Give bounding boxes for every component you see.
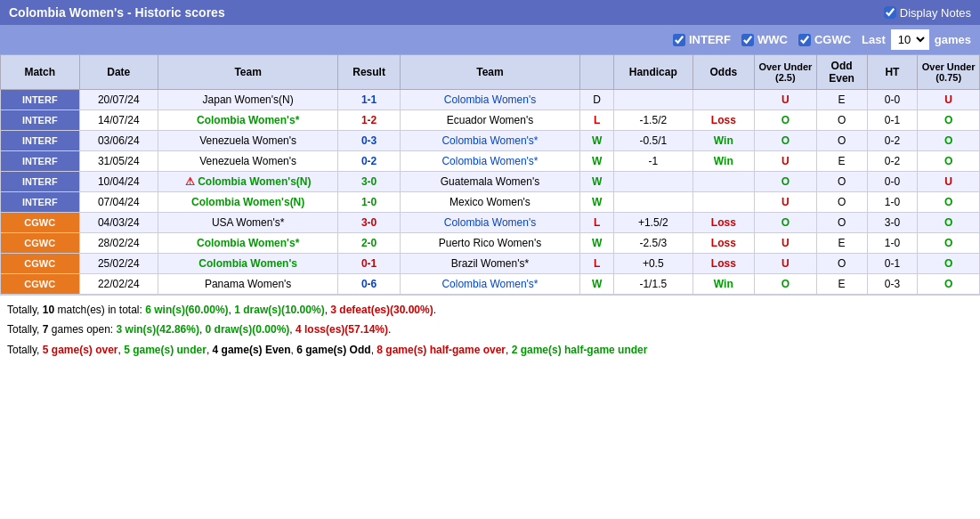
- match-date: 04/03/24: [79, 213, 158, 233]
- handicap-value: [614, 90, 693, 110]
- table-row: INTERF31/05/24Venezuela Women's0-2Colomb…: [1, 151, 980, 172]
- match-badge: CGWC: [1, 213, 80, 233]
- games-select[interactable]: 5102030All: [891, 29, 929, 50]
- wwc-checkbox[interactable]: [741, 34, 754, 46]
- team1-name[interactable]: Venezuela Women's: [158, 151, 338, 172]
- match-result: 0-3: [338, 131, 401, 151]
- ht-score: 0-3: [867, 274, 918, 295]
- over-under-075-value: O: [918, 151, 980, 172]
- team1-name[interactable]: Venezuela Women's: [158, 131, 338, 151]
- team1-name[interactable]: Panama Women's: [158, 274, 338, 295]
- col-header-handicap: Handicap: [614, 55, 693, 90]
- team2-name[interactable]: Puerto Rico Women's: [400, 233, 579, 254]
- team1-name[interactable]: Colombia Women's*: [158, 110, 338, 131]
- match-dw: W: [580, 274, 614, 295]
- col-header-match: Match: [1, 55, 80, 90]
- interf-checkbox[interactable]: [673, 34, 685, 46]
- team1-name[interactable]: Colombia Women's: [158, 254, 338, 274]
- cgwc-filter[interactable]: CGWC: [798, 33, 851, 46]
- ht-score: 0-2: [867, 131, 918, 151]
- team1-name[interactable]: USA Women's*: [158, 213, 338, 233]
- match-date: 22/02/24: [79, 274, 158, 295]
- summary-line1: Totally, 10 match(es) in total: 6 win(s)…: [7, 301, 973, 319]
- ht-score: 1-0: [867, 192, 918, 213]
- over-under-value: U: [755, 254, 817, 274]
- over-under-075-value: O: [918, 213, 980, 233]
- over-under-075-value: O: [918, 192, 980, 213]
- team2-name[interactable]: Colombia Women's: [400, 213, 579, 233]
- match-dw: L: [580, 110, 614, 131]
- odds-value: Loss: [692, 110, 755, 131]
- team1-name[interactable]: Colombia Women's*: [158, 233, 338, 254]
- team1-name[interactable]: Colombia Women's(N): [158, 192, 338, 213]
- match-date: 25/02/24: [79, 254, 158, 274]
- odds-value: [692, 90, 755, 110]
- match-date: 28/02/24: [79, 233, 158, 254]
- table-row: INTERF14/07/24Colombia Women's*1-2Ecuado…: [1, 110, 980, 131]
- over-under-075-value: U: [918, 172, 980, 192]
- over-under-075-value: O: [918, 254, 980, 274]
- filter-bar: INTERF WWC CGWC Last 5102030All games: [0, 25, 980, 54]
- over-under-075-value: O: [918, 233, 980, 254]
- match-badge: CGWC: [1, 233, 80, 254]
- over-under-075-value: O: [918, 131, 980, 151]
- match-badge: INTERF: [1, 131, 80, 151]
- ht-score: 0-2: [867, 151, 918, 172]
- col-header-ou075: Over Under (0.75): [918, 55, 980, 90]
- match-badge: CGWC: [1, 254, 80, 274]
- match-date: 07/04/24: [79, 192, 158, 213]
- over-under-075-value: O: [918, 110, 980, 131]
- over-under-value: U: [755, 90, 817, 110]
- match-result: 3-0: [338, 172, 401, 192]
- match-badge: INTERF: [1, 90, 80, 110]
- odd-even-value: E: [816, 274, 867, 295]
- team2-name[interactable]: Colombia Women's*: [400, 151, 579, 172]
- over-under-value: O: [755, 131, 817, 151]
- odd-even-value: O: [816, 172, 867, 192]
- team1-name[interactable]: Japan Women's(N): [158, 90, 338, 110]
- display-notes-label[interactable]: Display Notes: [884, 6, 971, 20]
- team2-name[interactable]: Colombia Women's*: [400, 131, 579, 151]
- odds-value: Loss: [692, 233, 755, 254]
- interf-filter[interactable]: INTERF: [673, 33, 731, 46]
- match-dw: W: [580, 151, 614, 172]
- col-header-ou25: Over Under (2.5): [755, 55, 817, 90]
- match-badge: INTERF: [1, 172, 80, 192]
- team2-name[interactable]: Colombia Women's*: [400, 274, 579, 295]
- over-under-value: U: [755, 151, 817, 172]
- match-result: 1-1: [338, 90, 401, 110]
- team2-name[interactable]: Brazil Women's*: [400, 254, 579, 274]
- odds-value: [692, 192, 755, 213]
- col-header-odds: Odds: [692, 55, 755, 90]
- match-date: 03/06/24: [79, 131, 158, 151]
- team2-name[interactable]: Guatemala Women's: [400, 172, 579, 192]
- odd-even-value: O: [816, 110, 867, 131]
- summary-area: Totally, 10 match(es) in total: 6 win(s)…: [0, 295, 980, 366]
- table-row: INTERF20/07/24Japan Women's(N)1-1Colombi…: [1, 90, 980, 110]
- match-date: 10/04/24: [79, 172, 158, 192]
- display-notes-area: Display Notes: [884, 6, 971, 20]
- match-result: 0-2: [338, 151, 401, 172]
- handicap-value: -1: [614, 151, 693, 172]
- over-under-075-value: O: [918, 274, 980, 295]
- col-header-team2: Team: [400, 55, 579, 90]
- team2-name[interactable]: Colombia Women's: [400, 90, 579, 110]
- team2-name[interactable]: Mexico Women's: [400, 192, 579, 213]
- cgwc-checkbox[interactable]: [798, 34, 811, 46]
- match-badge: INTERF: [1, 110, 80, 131]
- team2-name[interactable]: Ecuador Women's: [400, 110, 579, 131]
- page-title: Colombia Women's - Historic scores: [9, 5, 225, 20]
- match-dw: W: [580, 131, 614, 151]
- match-dw: W: [580, 172, 614, 192]
- table-row: CGWC04/03/24USA Women's*3-0Colombia Wome…: [1, 213, 980, 233]
- wwc-filter[interactable]: WWC: [741, 33, 788, 46]
- odd-even-value: E: [816, 151, 867, 172]
- team1-name[interactable]: ⚠ Colombia Women's(N): [158, 172, 338, 192]
- odd-even-value: O: [816, 213, 867, 233]
- summary-line2: Totally, 7 games open: 3 win(s)(42.86%),…: [7, 320, 973, 338]
- match-result: 0-1: [338, 254, 401, 274]
- match-date: 20/07/24: [79, 90, 158, 110]
- display-notes-checkbox[interactable]: [884, 6, 896, 19]
- table-header-row: Match Date Team Result Team Handicap Odd…: [1, 55, 980, 90]
- over-under-value: O: [755, 172, 817, 192]
